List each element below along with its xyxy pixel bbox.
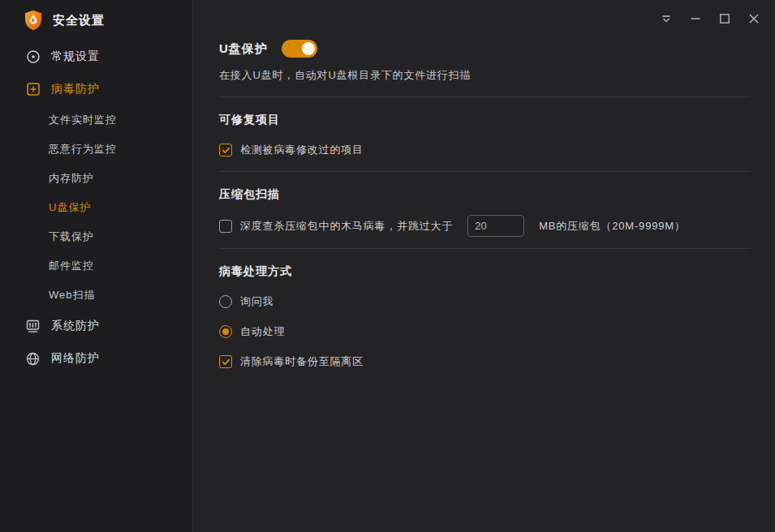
sidebar-item-label: 恶意行为监控 bbox=[49, 142, 117, 157]
archive-size-suffix-label: MB的压缩包（20M-9999M） bbox=[539, 219, 685, 234]
hide-to-tray-button[interactable] bbox=[652, 6, 681, 31]
window-controls bbox=[652, 6, 769, 31]
ask-me-radio[interactable] bbox=[219, 295, 232, 308]
sidebar-item-file-realtime-monitor[interactable]: 文件实时监控 bbox=[0, 105, 192, 135]
backup-quarantine-label[interactable]: 清除病毒时备份至隔离区 bbox=[240, 354, 364, 369]
archive-deep-scan-label[interactable]: 深度查杀压缩包中的木马病毒，并跳过大于 bbox=[240, 219, 453, 234]
auto-handle-radio[interactable] bbox=[219, 325, 232, 338]
section-title-virus-handling: 病毒处理方式 bbox=[219, 264, 751, 279]
sidebar-item-label: 常规设置 bbox=[51, 49, 100, 64]
sidebar-item-usb-protection[interactable]: U盘保护 bbox=[0, 193, 192, 222]
page-title: U盘保护 bbox=[219, 41, 268, 57]
sidebar: 安全设置 常规设置 病毒防护 文件实时监控 恶意行为监控 bbox=[0, 0, 193, 532]
window-title: 安全设置 bbox=[53, 13, 105, 28]
shield-flame-logo-icon bbox=[24, 10, 43, 31]
detect-modified-checkbox[interactable] bbox=[219, 144, 232, 157]
sidebar-item-memory-protection[interactable]: 内存防护 bbox=[0, 164, 192, 193]
sidebar-item-label: U盘保护 bbox=[49, 200, 91, 215]
option-row-auto-handle: 自动处理 bbox=[219, 324, 751, 339]
sidebar-item-network-protection[interactable]: 网络防护 bbox=[0, 342, 192, 375]
archive-size-input[interactable] bbox=[467, 215, 524, 237]
app-brand: 安全设置 bbox=[0, 0, 192, 41]
security-settings-window: 安全设置 常规设置 病毒防护 文件实时监控 恶意行为监控 bbox=[0, 0, 775, 532]
close-button[interactable] bbox=[739, 6, 769, 31]
main-content: U盘保护 在接入U盘时，自动对U盘根目录下的文件进行扫描 可修复项目 检测被病毒… bbox=[193, 0, 775, 532]
globe-icon bbox=[25, 351, 41, 367]
detect-modified-label[interactable]: 检测被病毒修改过的项目 bbox=[240, 143, 364, 157]
sidebar-item-virus-protection[interactable]: 病毒防护 bbox=[0, 73, 192, 105]
maximize-icon bbox=[718, 12, 731, 25]
divider bbox=[219, 171, 751, 172]
target-icon bbox=[25, 49, 41, 65]
sidebar-item-malicious-behavior-monitor[interactable]: 恶意行为监控 bbox=[0, 135, 192, 164]
sidebar-item-label: 病毒防护 bbox=[51, 82, 100, 97]
auto-handle-label[interactable]: 自动处理 bbox=[240, 324, 285, 339]
sidebar-item-mail-monitor[interactable]: 邮件监控 bbox=[0, 251, 192, 281]
close-icon bbox=[747, 12, 760, 25]
option-row-archive-deep-scan: 深度查杀压缩包中的木马病毒，并跳过大于 MB的压缩包（20M-9999M） bbox=[219, 215, 751, 237]
divider bbox=[219, 97, 751, 97]
sidebar-item-system-protection[interactable]: 系统防护 bbox=[0, 310, 192, 342]
toggle-knob bbox=[302, 42, 315, 55]
option-row-ask-me: 询问我 bbox=[219, 294, 751, 309]
divider bbox=[219, 248, 751, 249]
sidebar-item-label: 文件实时监控 bbox=[49, 113, 117, 127]
usb-protection-toggle[interactable] bbox=[282, 40, 317, 58]
archive-deep-scan-checkbox[interactable] bbox=[219, 220, 232, 233]
minimize-button[interactable] bbox=[681, 6, 710, 31]
sidebar-item-web-scan[interactable]: Web扫描 bbox=[0, 281, 192, 310]
sidebar-item-label: 系统防护 bbox=[51, 319, 100, 333]
minimize-icon bbox=[689, 12, 702, 25]
ask-me-label[interactable]: 询问我 bbox=[240, 294, 273, 309]
section-title-archive-scan: 压缩包扫描 bbox=[219, 187, 751, 202]
sidebar-item-label: 邮件监控 bbox=[49, 259, 94, 273]
backup-quarantine-checkbox[interactable] bbox=[219, 355, 232, 368]
section-title-repairable-items: 可修复项目 bbox=[219, 113, 751, 127]
page-description: 在接入U盘时，自动对U盘根目录下的文件进行扫描 bbox=[219, 68, 751, 83]
sliders-icon bbox=[25, 319, 41, 334]
option-row-detect-modified: 检测被病毒修改过的项目 bbox=[219, 143, 751, 157]
sidebar-item-general-settings[interactable]: 常规设置 bbox=[0, 41, 192, 73]
sidebar-item-label: 内存防护 bbox=[49, 171, 94, 186]
maximize-button[interactable] bbox=[710, 6, 739, 31]
hide-to-tray-icon bbox=[660, 12, 673, 25]
sidebar-item-download-protection[interactable]: 下载保护 bbox=[0, 222, 192, 251]
plus-square-icon bbox=[25, 82, 41, 97]
sidebar-item-label: Web扫描 bbox=[49, 288, 96, 302]
sidebar-item-label: 网络防护 bbox=[51, 351, 100, 366]
sidebar-item-label: 下载保护 bbox=[49, 230, 94, 244]
option-row-backup-quarantine: 清除病毒时备份至隔离区 bbox=[219, 354, 751, 369]
